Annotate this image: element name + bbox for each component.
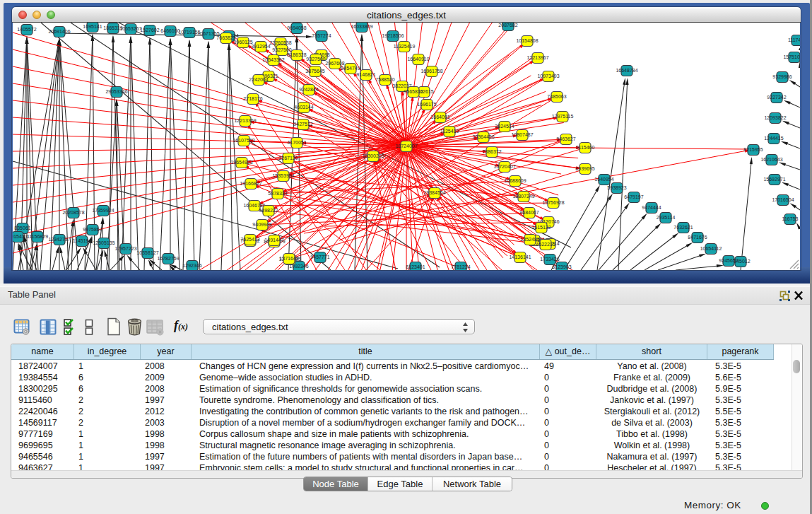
svg-text:1145194: 1145194 bbox=[73, 238, 92, 243]
svg-text:2087682: 2087682 bbox=[498, 23, 517, 28]
svg-text:7632621: 7632621 bbox=[673, 225, 693, 230]
svg-text:6939695: 6939695 bbox=[575, 166, 594, 171]
svg-text:2935114: 2935114 bbox=[657, 215, 676, 220]
svg-text:1125419: 1125419 bbox=[440, 129, 459, 134]
svg-text:12093822: 12093822 bbox=[764, 115, 786, 120]
svg-text:8471676: 8471676 bbox=[688, 235, 707, 240]
svg-text:8215955: 8215955 bbox=[743, 147, 763, 152]
svg-text:17016504: 17016504 bbox=[772, 197, 794, 202]
svg-text:9427512: 9427512 bbox=[293, 122, 312, 127]
svg-text:29053346: 29053346 bbox=[105, 89, 127, 94]
svg-text:20364456: 20364456 bbox=[472, 134, 494, 139]
svg-text:18807249: 18807249 bbox=[512, 194, 534, 199]
svg-text:11325419: 11325419 bbox=[394, 44, 416, 49]
svg-text:20691406: 20691406 bbox=[48, 29, 70, 34]
svg-text:19384554: 19384554 bbox=[423, 190, 445, 195]
svg-text:1733426: 1733426 bbox=[540, 257, 559, 262]
svg-text:1292346: 1292346 bbox=[182, 263, 201, 268]
svg-text:9684067: 9684067 bbox=[519, 210, 539, 215]
svg-text:6479197: 6479197 bbox=[624, 194, 643, 199]
svg-text:4522215: 4522215 bbox=[536, 242, 555, 247]
svg-text:16046786: 16046786 bbox=[243, 203, 265, 208]
svg-text:9409948: 9409948 bbox=[252, 222, 271, 227]
svg-text:12213369: 12213369 bbox=[234, 118, 256, 123]
svg-text:9245652: 9245652 bbox=[719, 258, 738, 263]
svg-text:4170051: 4170051 bbox=[287, 140, 306, 145]
svg-text:1615132: 1615132 bbox=[531, 225, 551, 230]
svg-text:7857274: 7857274 bbox=[312, 33, 331, 38]
svg-text:116753: 116753 bbox=[782, 216, 799, 221]
svg-text:1371648: 1371648 bbox=[279, 256, 298, 261]
svg-text:19166827: 19166827 bbox=[240, 181, 261, 186]
svg-text:10154808: 10154808 bbox=[516, 38, 538, 43]
svg-text:1696175: 1696175 bbox=[417, 102, 436, 107]
svg-text:9327500: 9327500 bbox=[272, 47, 291, 52]
svg-text:15751074: 15751074 bbox=[783, 54, 800, 59]
svg-text:9457771: 9457771 bbox=[310, 255, 329, 259]
svg-text:15720407: 15720407 bbox=[493, 164, 515, 169]
svg-text:2242004: 2242004 bbox=[249, 77, 268, 82]
svg-text:16648784: 16648784 bbox=[616, 68, 637, 73]
svg-text:17957223: 17957223 bbox=[114, 246, 136, 251]
svg-text:6466160: 6466160 bbox=[160, 28, 180, 33]
svg-text:10654112: 10654112 bbox=[700, 246, 722, 251]
svg-text:16961758: 16961758 bbox=[420, 69, 442, 74]
svg-text:18300295: 18300295 bbox=[362, 153, 384, 158]
svg-text:19756928: 19756928 bbox=[542, 200, 564, 205]
svg-text:1117406: 1117406 bbox=[788, 37, 800, 42]
svg-text:1664091: 1664091 bbox=[430, 115, 449, 119]
svg-text:8454749: 8454749 bbox=[341, 66, 360, 71]
svg-text:7386372: 7386372 bbox=[482, 149, 501, 154]
svg-text:7588520: 7588520 bbox=[375, 77, 394, 82]
svg-text:17975115: 17975115 bbox=[552, 114, 574, 119]
svg-text:12213967: 12213967 bbox=[526, 55, 548, 60]
svg-text:3824514: 3824514 bbox=[495, 124, 514, 129]
svg-text:19218506: 19218506 bbox=[382, 33, 404, 38]
svg-text:15353994: 15353994 bbox=[272, 173, 294, 178]
svg-text:9474444: 9474444 bbox=[642, 205, 661, 210]
svg-text:1640954: 1640954 bbox=[594, 177, 613, 182]
svg-text:5938923: 5938923 bbox=[607, 185, 626, 190]
svg-text:20208578: 20208578 bbox=[62, 210, 84, 215]
svg-text:10358127: 10358127 bbox=[136, 250, 158, 255]
svg-text:5878334: 5878334 bbox=[268, 191, 287, 196]
svg-text:9115460: 9115460 bbox=[576, 145, 595, 150]
svg-text:6123903: 6123903 bbox=[552, 264, 571, 269]
svg-text:3267130: 3267130 bbox=[278, 156, 298, 160]
svg-text:10973493: 10973493 bbox=[537, 74, 559, 78]
svg-text:7485063: 7485063 bbox=[547, 94, 566, 99]
svg-text:15692971: 15692971 bbox=[763, 177, 785, 182]
svg-text:9498222: 9498222 bbox=[259, 208, 278, 213]
svg-text:1491447: 1491447 bbox=[264, 238, 283, 243]
svg-text:3875645: 3875645 bbox=[305, 69, 324, 74]
svg-text:7781234: 7781234 bbox=[451, 264, 470, 269]
svg-text:9975867: 9975867 bbox=[83, 227, 102, 232]
svg-text:2718176: 2718176 bbox=[243, 96, 262, 101]
svg-text:14136141: 14136141 bbox=[509, 255, 531, 259]
svg-text:9329986: 9329986 bbox=[772, 74, 792, 79]
svg-text:835061: 835061 bbox=[14, 226, 30, 230]
svg-text:10807487: 10807487 bbox=[511, 132, 533, 137]
svg-text:1352485: 1352485 bbox=[520, 237, 539, 242]
svg-text:17359924: 17359924 bbox=[92, 208, 114, 213]
svg-text:1695141: 1695141 bbox=[83, 24, 102, 29]
svg-text:16107553: 16107553 bbox=[233, 138, 254, 143]
svg-text:3960125: 3960125 bbox=[233, 40, 252, 45]
svg-text:10543362: 10543362 bbox=[262, 57, 284, 62]
svg-text:16782759: 16782759 bbox=[157, 256, 179, 261]
svg-text:7625412: 7625412 bbox=[240, 237, 259, 242]
svg-text:9242844: 9242844 bbox=[299, 87, 318, 92]
svg-text:12342737: 12342737 bbox=[48, 237, 70, 242]
svg-text:9327508: 9327508 bbox=[306, 57, 325, 62]
svg-text:18724007: 18724007 bbox=[395, 144, 417, 148]
svg-text:11156829: 11156829 bbox=[27, 234, 48, 239]
svg-text:3915413: 3915413 bbox=[13, 234, 28, 239]
svg-text:1405572: 1405572 bbox=[17, 27, 36, 32]
svg-text:8123401: 8123401 bbox=[406, 264, 425, 269]
svg-text:8186328: 8186328 bbox=[287, 52, 306, 57]
svg-text:9694058: 9694058 bbox=[287, 25, 306, 30]
svg-text:3912954: 3912954 bbox=[251, 44, 270, 49]
svg-text:10653267: 10653267 bbox=[119, 26, 141, 31]
svg-text:16210643: 16210643 bbox=[760, 157, 782, 162]
svg-text:4603144: 4603144 bbox=[294, 105, 313, 110]
